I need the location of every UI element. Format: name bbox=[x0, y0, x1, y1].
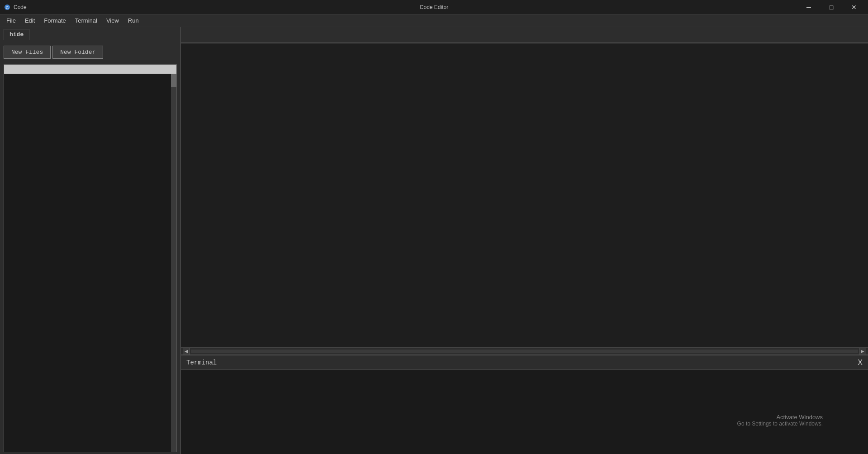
main-content: hide New Files New Folder ◀ ▶ bbox=[0, 27, 868, 454]
title-bar: C Code Code Editor ─ □ ✕ bbox=[0, 0, 868, 14]
file-tree-header bbox=[4, 65, 176, 74]
terminal-header: Terminal X bbox=[181, 355, 868, 370]
sidebar: hide New Files New Folder bbox=[0, 27, 181, 454]
new-files-button[interactable]: New Files bbox=[4, 46, 51, 59]
sidebar-header: hide bbox=[0, 27, 180, 42]
new-folder-button[interactable]: New Folder bbox=[52, 46, 103, 59]
terminal-close-button[interactable]: X bbox=[858, 359, 863, 367]
file-tree-body[interactable] bbox=[4, 74, 176, 452]
menu-run[interactable]: Run bbox=[123, 14, 143, 27]
editor-main[interactable] bbox=[181, 43, 868, 347]
scroll-track[interactable] bbox=[191, 350, 858, 353]
scroll-right-arrow[interactable]: ▶ bbox=[859, 348, 866, 355]
file-tree-container bbox=[4, 64, 177, 452]
title-bar-left: C Code bbox=[4, 4, 27, 11]
menu-formate[interactable]: Formate bbox=[39, 14, 70, 27]
maximize-button[interactable]: □ bbox=[821, 0, 842, 14]
menu-terminal[interactable]: Terminal bbox=[71, 14, 102, 27]
app-icon: C bbox=[4, 4, 11, 11]
scroll-left-arrow[interactable]: ◀ bbox=[183, 348, 190, 355]
menu-view[interactable]: View bbox=[102, 14, 123, 27]
close-button[interactable]: ✕ bbox=[844, 0, 864, 14]
editor-tab-bar bbox=[181, 27, 868, 43]
hide-button[interactable]: hide bbox=[4, 29, 29, 40]
menu-file[interactable]: File bbox=[2, 14, 20, 27]
menu-edit[interactable]: Edit bbox=[20, 14, 39, 27]
terminal-body[interactable] bbox=[181, 370, 868, 454]
app-name: Code bbox=[14, 4, 27, 10]
horizontal-scrollbar: ◀ ▶ bbox=[181, 347, 868, 355]
window-controls: ─ □ ✕ bbox=[798, 0, 864, 14]
menu-bar: File Edit Formate Terminal View Run bbox=[0, 14, 868, 27]
file-tree-scrollbar-thumb[interactable] bbox=[171, 74, 176, 87]
file-tree-scrollbar[interactable] bbox=[171, 74, 176, 452]
minimize-button[interactable]: ─ bbox=[798, 0, 819, 14]
window-center-title: Code Editor bbox=[420, 0, 448, 14]
terminal-area: Terminal X bbox=[181, 355, 868, 454]
svg-text:C: C bbox=[6, 5, 9, 10]
terminal-title: Terminal bbox=[186, 359, 217, 366]
sidebar-toolbar: New Files New Folder bbox=[0, 42, 180, 62]
editor-area: ◀ ▶ bbox=[181, 27, 868, 355]
